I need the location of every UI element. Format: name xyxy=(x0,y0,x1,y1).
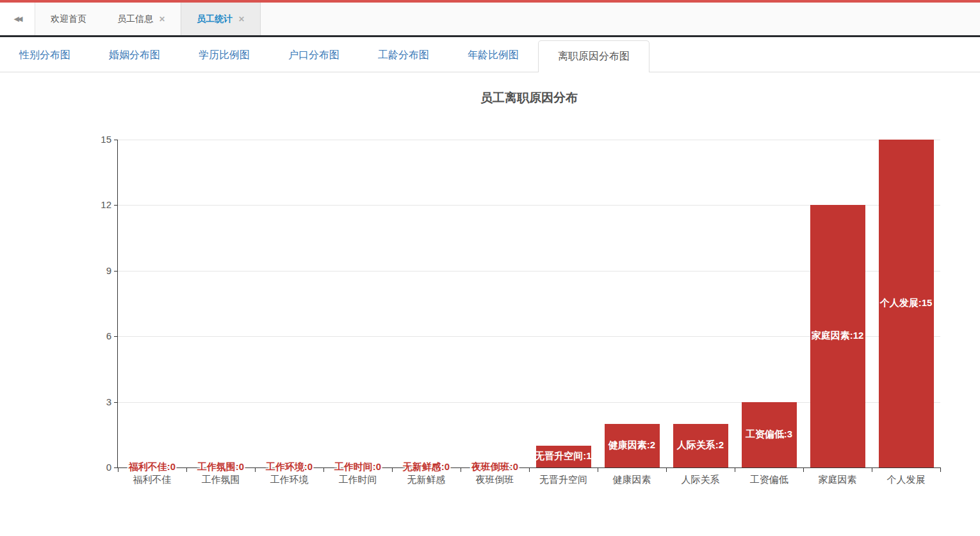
y-axis-line xyxy=(117,140,118,468)
bar-value-label: 夜班倒班:0 xyxy=(453,461,537,473)
category-label: 家庭因素 xyxy=(803,474,872,486)
tab-label: 欢迎首页 xyxy=(51,13,86,25)
x-axis-tick xyxy=(872,468,872,472)
tab-age-ratio[interactable]: 年龄比例图 xyxy=(448,38,538,72)
bar-value-label: 工资偏低:3 xyxy=(727,428,811,441)
category-label: 个人发展 xyxy=(872,474,940,486)
tab-household-distribution[interactable]: 户口分布图 xyxy=(269,38,359,72)
category-label: 无新鲜感 xyxy=(392,474,461,486)
x-axis-tick xyxy=(598,468,598,472)
collapse-tabs-button[interactable]: ◀◀ xyxy=(0,3,35,35)
tab-education-ratio[interactable]: 学历比例图 xyxy=(179,38,269,72)
bar-value-label: 家庭因素:12 xyxy=(796,330,879,342)
tab-seniority-distribution[interactable]: 工龄分布图 xyxy=(359,38,448,72)
chart-tab-bar: 性别分布图 婚姻分布图 学历比例图 户口分布图 工龄分布图 年龄比例图 离职原因… xyxy=(0,37,980,72)
double-left-arrow-icon: ◀◀ xyxy=(14,15,21,23)
bar-value-label: 无晋升空间:1 xyxy=(521,450,605,462)
close-icon[interactable]: ✕ xyxy=(159,15,165,24)
x-axis-tick xyxy=(735,468,735,472)
tab-employee-info[interactable]: 员工信息 ✕ xyxy=(102,3,181,35)
category-label: 工作环境 xyxy=(255,474,323,486)
x-axis-tick xyxy=(666,468,667,472)
close-icon[interactable]: ✕ xyxy=(238,15,245,24)
bar-value-label: 人际关系:2 xyxy=(658,439,742,451)
main-tab-bar: ◀◀ 欢迎首页 员工信息 ✕ 员工统计 ✕ xyxy=(0,3,980,35)
x-axis-tick xyxy=(803,468,804,472)
tab-employee-stats[interactable]: 员工统计 ✕ xyxy=(181,3,261,35)
category-label: 夜班倒班 xyxy=(461,474,529,486)
tab-gender-distribution[interactable]: 性别分布图 xyxy=(0,38,90,72)
category-label: 健康因素 xyxy=(598,474,666,486)
tab-marriage-distribution[interactable]: 婚姻分布图 xyxy=(90,38,179,72)
tab-label: 员工统计 xyxy=(197,13,233,25)
y-axis-label: 6 xyxy=(83,330,111,341)
category-label: 无晋升空间 xyxy=(529,474,598,486)
tab-welcome-home[interactable]: 欢迎首页 xyxy=(35,3,102,35)
category-label: 福利不佳 xyxy=(118,474,186,486)
y-axis-label: 9 xyxy=(83,265,111,276)
bar-value-label: 个人发展:15 xyxy=(864,297,948,309)
y-axis-label: 12 xyxy=(83,199,111,210)
bar-chart: 员工离职原因分布 03691215福利不佳:0福利不佳工作氛围:0工作氛围工作环… xyxy=(0,72,980,536)
grid-line xyxy=(118,140,940,140)
y-axis-label: 15 xyxy=(83,134,111,145)
category-label: 人际关系 xyxy=(666,474,735,486)
category-label: 工资偏低 xyxy=(735,474,803,486)
tab-label: 员工信息 xyxy=(117,13,153,25)
x-axis-tick xyxy=(940,468,941,472)
chart-title: 员工离职原因分布 xyxy=(118,90,940,106)
y-axis-label: 0 xyxy=(83,462,111,473)
tab-resignation-reason-distribution[interactable]: 离职原因分布图 xyxy=(538,40,649,72)
category-label: 工作时间 xyxy=(323,474,392,486)
category-label: 工作氛围 xyxy=(186,474,255,486)
y-axis-label: 3 xyxy=(83,396,111,407)
